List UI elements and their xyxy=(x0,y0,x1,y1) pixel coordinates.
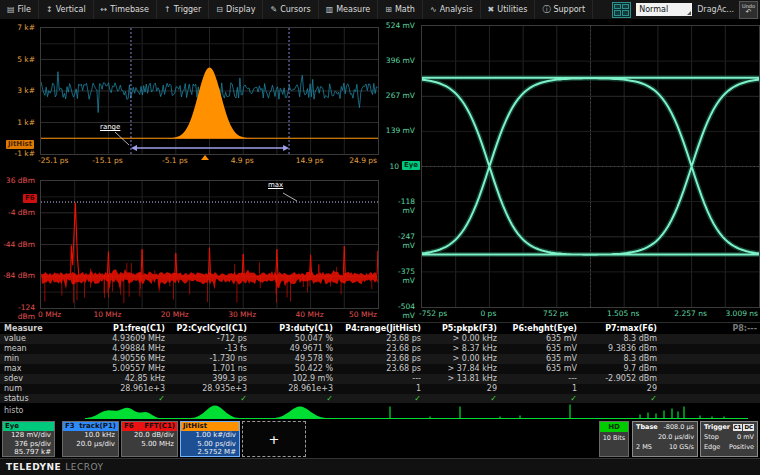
histo-row-label: histo xyxy=(4,406,24,415)
measure-cell: 23.68 ps xyxy=(336,354,424,364)
menu-item-label: Cursors xyxy=(280,5,310,14)
trigger-box[interactable]: Trigger C1 DC Stop 0 mV Edge Positive xyxy=(700,421,758,457)
measure-cell: --- xyxy=(336,374,424,384)
tbase-offset: -808.0 µs xyxy=(663,422,694,432)
measure-column-header[interactable]: P1:freq(C1) xyxy=(58,323,168,334)
measure-cell: -2.9052 dBm xyxy=(580,374,660,384)
x-tick-label: 1.505 ns xyxy=(598,309,648,318)
menu-item-cursors[interactable]: ✎Cursors xyxy=(263,0,318,19)
descriptor-line: 20.0 µs/div xyxy=(63,440,118,449)
measure-row-label: num xyxy=(0,384,58,394)
measure-cell: 4.99884 MHz xyxy=(58,344,168,354)
x-tick-label: -5.1 ps xyxy=(150,156,200,165)
y-tick-label: -375 mV xyxy=(385,267,415,285)
histicon-chart xyxy=(0,403,760,421)
trigger-type: Edge xyxy=(704,442,720,452)
menu-right-cluster: Normal DragAc... Undo ↶ xyxy=(612,0,760,19)
hd-mode-box[interactable]: HD 10 Bits xyxy=(599,421,629,457)
measure-cell: 9.7 dBm xyxy=(580,364,660,374)
descriptor-line-right: 85.797 k# xyxy=(14,448,51,457)
menu-item-measure[interactable]: ▥Measure xyxy=(319,0,379,19)
measure-column-header[interactable]: P3:duty(C1) xyxy=(250,323,336,334)
menu-item-display[interactable]: ⊟Display xyxy=(209,0,263,19)
descriptor-header: JitHist xyxy=(181,422,239,431)
max-cursor-label[interactable]: max xyxy=(268,181,283,189)
measure-cell: 28.961e+3 xyxy=(250,384,336,394)
trace-descriptor-f6[interactable]: F6FFT(C1)20.0 dB/div5.00 MHz xyxy=(121,421,178,457)
trigger-coupling-tag: DC xyxy=(743,424,754,431)
horizontal-arrows-icon: ↔ xyxy=(101,5,108,14)
measure-cell: > 8.37 kHz xyxy=(424,344,500,354)
x-tick-label: -15.1 ps xyxy=(82,156,132,165)
x-tick-label: 3.009 ns xyxy=(710,309,758,318)
measure-cell: 8.3 dBm xyxy=(580,334,660,344)
measure-title: Measure xyxy=(0,323,58,334)
descriptor-line: 5.00 ps/div xyxy=(181,440,239,449)
x-tick-label: 50 MHz xyxy=(329,310,377,319)
measure-histicon-row: histo xyxy=(0,403,760,421)
tbase-label: Tbase xyxy=(636,422,658,432)
x-tick-label: 4.9 ps xyxy=(217,156,267,165)
descriptor-name: JitHist xyxy=(183,422,207,431)
measure-column-header[interactable]: P5:pkpk(F3) xyxy=(424,323,500,334)
measure-column-header[interactable]: P4:range(JitHist) xyxy=(336,323,424,334)
descriptor-line-right: 376 ps/div xyxy=(14,440,51,449)
drag-mode-indicator[interactable]: DragAc... xyxy=(697,5,734,14)
measure-row-label: value xyxy=(0,334,58,344)
menu-item-trigger[interactable]: ↑Trigger xyxy=(157,0,209,19)
f6-axis-badge[interactable]: F6 xyxy=(23,194,37,203)
menu-item-support[interactable]: ⓘSupport xyxy=(535,0,593,19)
menu-item-file[interactable]: ▤File xyxy=(0,0,39,19)
hd-label: HD xyxy=(600,422,628,432)
measure-column-header[interactable]: P7:max(F6) xyxy=(580,323,660,334)
menu-item-analysis[interactable]: ∿Analysis xyxy=(423,0,481,19)
descriptor-source: track(P1) xyxy=(79,422,116,431)
trace-descriptor-row: Eye128 mV/div376 ps/div85.797 k#F3track(… xyxy=(0,421,760,457)
measure-row-label: mean xyxy=(0,344,58,354)
measure-row-label: sdev xyxy=(0,374,58,384)
y-tick-label: 36 dBm xyxy=(0,176,35,185)
range-cursor-label[interactable]: range xyxy=(100,123,120,131)
eye-axis-badge[interactable]: Eye xyxy=(402,161,420,170)
descriptor-line: 1.00 k#/div xyxy=(181,431,239,440)
y-tick-label: 1 k# xyxy=(0,118,35,127)
measure-cell: 4.90556 MHz xyxy=(58,354,168,364)
jithist-axis-badge[interactable]: JitHist xyxy=(6,140,34,149)
hd-bits: 10 Bits xyxy=(600,432,628,444)
x-tick-label: 10 MHz xyxy=(82,310,132,319)
measure-column-header[interactable]: P8:--- xyxy=(660,323,760,334)
measure-cell: 635 mV xyxy=(500,344,580,354)
brand-secondary: LECROY xyxy=(65,462,103,472)
grid-layout-icon[interactable] xyxy=(612,2,631,18)
measure-column-header[interactable]: P6:ehght(Eye) xyxy=(500,323,580,334)
trigger-level: 0 mV xyxy=(737,432,754,442)
timebase-box[interactable]: Tbase -808.0 µs 20.0 µs/div 2 MS 10 GS/s xyxy=(632,421,698,457)
measure-cell: 28.935e+3 xyxy=(168,384,250,394)
descriptor-line-right: 10.0 kHz xyxy=(84,431,115,440)
menu-item-label: Utilities xyxy=(497,5,527,14)
descriptor-line: 85.797 k# xyxy=(3,448,54,457)
measure-cell: 102.9 m% xyxy=(250,374,336,384)
eye-diagram-pane: Eye 524 mV396 mV267 mV139 mV10-118 mV-24… xyxy=(385,19,760,322)
measure-cell: > 0.00 kHz xyxy=(424,334,500,344)
menu-item-timebase[interactable]: ↔Timebase xyxy=(94,0,157,19)
add-trace-button[interactable]: + xyxy=(242,421,306,457)
trace-descriptor-f3[interactable]: F3track(P1)10.0 kHz20.0 µs/div xyxy=(62,421,119,457)
measure-cell: 23.68 ps xyxy=(336,344,424,354)
undo-button[interactable]: Undo ↶ xyxy=(739,1,758,19)
ruler-icon: ▥ xyxy=(326,5,334,14)
menu-item-math[interactable]: ⊞Math xyxy=(378,0,423,19)
measure-cell: 23.68 ps xyxy=(336,334,424,344)
trace-descriptor-jithist[interactable]: JitHist1.00 k#/div5.00 ps/div2.5752 M# xyxy=(180,421,240,457)
measure-cell xyxy=(660,384,760,394)
descriptor-header: Eye xyxy=(3,422,54,431)
menu-item-utilities[interactable]: ✖Utilities xyxy=(481,0,536,19)
descriptor-name: F6 xyxy=(124,422,134,431)
undo-icon: ↶ xyxy=(746,9,752,16)
display-icon: ⊟ xyxy=(216,5,223,14)
menu-item-vertical[interactable]: ↕Vertical xyxy=(39,0,94,19)
descriptor-line-right: 1.00 k#/div xyxy=(195,431,236,440)
trace-descriptor-eye[interactable]: Eye128 mV/div376 ps/div85.797 k# xyxy=(2,421,55,457)
measure-column-header[interactable]: P2:CyclCycl(C1) xyxy=(168,323,250,334)
display-mode-select[interactable]: Normal xyxy=(636,3,692,16)
